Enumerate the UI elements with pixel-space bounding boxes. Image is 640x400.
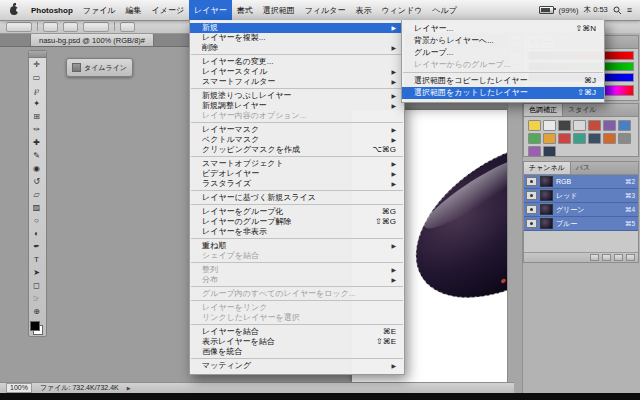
- menu-item[interactable]: レイヤーを結合⌘E: [190, 327, 404, 337]
- menu-item[interactable]: レイヤー...⇧⌘N: [402, 23, 604, 35]
- marquee-tool[interactable]: ▭: [29, 71, 44, 84]
- adjustment-icon-1[interactable]: [543, 120, 556, 131]
- menubar-item-10[interactable]: ヘルプ: [427, 0, 462, 20]
- adjustment-icon-7[interactable]: [528, 133, 541, 144]
- delete-channel-icon[interactable]: [626, 254, 635, 261]
- status-options-arrow-icon[interactable]: ▶: [127, 385, 131, 391]
- option-control-1[interactable]: [43, 22, 58, 32]
- adjustment-icon-14[interactable]: [528, 146, 541, 157]
- visibility-eye-icon[interactable]: [526, 191, 537, 200]
- adjustment-icon-11[interactable]: [588, 133, 601, 144]
- menu-item[interactable]: 新規調整レイヤー▶: [190, 101, 404, 111]
- adjustment-icon-13[interactable]: [618, 133, 631, 144]
- shape-tool[interactable]: ◻: [29, 279, 44, 292]
- dodge-tool[interactable]: ◐: [29, 227, 44, 240]
- hand-tool[interactable]: ☞: [29, 292, 44, 305]
- history-brush-tool[interactable]: ↺: [29, 175, 44, 188]
- brush-tool[interactable]: ✎: [29, 149, 44, 162]
- tab-adjustments[interactable]: 色調補正: [524, 104, 563, 116]
- crop-tool[interactable]: ⊞: [29, 110, 44, 123]
- eraser-tool[interactable]: ▱: [29, 188, 44, 201]
- option-control-4[interactable]: [120, 22, 135, 32]
- menubar-item-4[interactable]: レイヤー: [189, 0, 232, 20]
- menu-item[interactable]: 重ね順▶: [190, 241, 404, 251]
- menu-item[interactable]: ビデオレイヤー▶: [190, 169, 404, 179]
- menu-item[interactable]: スマートオブジェクト▶: [190, 159, 404, 169]
- notification-center-icon[interactable]: ≡: [627, 6, 632, 15]
- move-tool[interactable]: ✛: [29, 58, 44, 71]
- menu-item[interactable]: 削除▶: [190, 43, 404, 53]
- zoom-level-field[interactable]: 100%: [6, 383, 32, 393]
- tool-palette-header[interactable]: [29, 51, 46, 58]
- channel-row-0[interactable]: RGB⌘2: [524, 175, 638, 189]
- clone-stamp-tool[interactable]: ◉: [29, 162, 44, 175]
- adjustment-icon-0[interactable]: [528, 120, 541, 131]
- menu-item[interactable]: スマートフィルター▶: [190, 77, 404, 87]
- quick-select-tool[interactable]: ✦: [29, 97, 44, 110]
- adjustment-icon-8[interactable]: [543, 133, 556, 144]
- adjustment-icon-3[interactable]: [573, 120, 586, 131]
- menu-item[interactable]: レイヤーに基づく新規スライス: [190, 193, 404, 203]
- menubar-item-5[interactable]: 書式: [232, 0, 258, 20]
- gradient-tool[interactable]: ▨: [29, 201, 44, 214]
- tab-paths[interactable]: パス: [571, 162, 595, 174]
- foreground-background-swatches[interactable]: [29, 320, 44, 336]
- menubar-item-2[interactable]: 編集: [121, 0, 147, 20]
- adjustment-icon-10[interactable]: [573, 133, 586, 144]
- timeline-panel[interactable]: タイムライン: [66, 58, 133, 77]
- menubar-item-1[interactable]: ファイル: [78, 0, 121, 20]
- document-tab[interactable]: nasu-bg.psd @ 100% (RGB/8)#: [30, 33, 154, 46]
- path-select-tool[interactable]: ➤: [29, 266, 44, 279]
- blur-tool[interactable]: ○: [29, 214, 44, 227]
- menu-item[interactable]: レイヤーを非表示: [190, 227, 404, 237]
- new-channel-icon[interactable]: [614, 254, 623, 261]
- menubar-item-0[interactable]: Photoshop: [26, 0, 78, 20]
- foreground-color-swatch[interactable]: [30, 321, 40, 331]
- lasso-tool[interactable]: ℘: [29, 84, 44, 97]
- channel-row-2[interactable]: グリーン⌘4: [524, 203, 638, 217]
- adjustment-icon-12[interactable]: [603, 133, 616, 144]
- zoom-tool[interactable]: ⊕: [29, 305, 44, 318]
- visibility-eye-icon[interactable]: [526, 219, 537, 228]
- menu-item[interactable]: レイヤーのグループ解除⇧⌘G: [190, 217, 404, 227]
- menubar-item-6[interactable]: 選択範囲: [258, 0, 300, 20]
- menubar-item-9[interactable]: ウィンドウ: [376, 0, 427, 20]
- tab-styles[interactable]: スタイル: [563, 104, 602, 116]
- menubar-item-7[interactable]: フィルター: [300, 0, 351, 20]
- menu-item[interactable]: ラスタライズ▶: [190, 179, 404, 189]
- menu-item[interactable]: レイヤーマスク▶: [190, 125, 404, 135]
- adjustment-icon-15[interactable]: [543, 146, 556, 157]
- menu-item[interactable]: レイヤースタイル▶: [190, 67, 404, 77]
- menu-item[interactable]: 表示レイヤーを結合⇧⌘E: [190, 337, 404, 347]
- apple-menu[interactable]: [0, 6, 26, 15]
- visibility-eye-icon[interactable]: [526, 177, 537, 186]
- menu-item[interactable]: レイヤーをグループ化⌘G: [190, 207, 404, 217]
- menu-item[interactable]: クリッピングマスクを作成⌥⌘G: [190, 145, 404, 155]
- menu-item[interactable]: グループ...: [402, 47, 604, 59]
- menubar-clock[interactable]: 木 0:53: [584, 5, 608, 15]
- menu-item[interactable]: レイヤーを複製...: [190, 33, 404, 43]
- menu-item[interactable]: 画像を統合: [190, 347, 404, 357]
- channel-row-1[interactable]: レッド⌘3: [524, 189, 638, 203]
- adjustment-icon-2[interactable]: [558, 120, 571, 131]
- visibility-eye-icon[interactable]: [526, 205, 537, 214]
- type-tool[interactable]: T: [29, 253, 44, 266]
- menu-item[interactable]: 選択範囲をカットしたレイヤー⇧⌘J: [402, 87, 604, 99]
- menu-item[interactable]: 新規▶: [190, 23, 404, 33]
- adjustment-icon-5[interactable]: [603, 120, 616, 131]
- channel-row-3[interactable]: ブルー⌘5: [524, 217, 638, 231]
- pen-tool[interactable]: ✒: [29, 240, 44, 253]
- option-control-2[interactable]: [63, 22, 78, 32]
- menubar-item-8[interactable]: 表示: [350, 0, 376, 20]
- save-selection-icon[interactable]: [602, 254, 611, 261]
- menu-item[interactable]: ベクトルマスク▶: [190, 135, 404, 145]
- adjustment-icon-9[interactable]: [558, 133, 571, 144]
- option-control-3[interactable]: [83, 22, 109, 32]
- menu-item[interactable]: レイヤー名の変更...: [190, 57, 404, 67]
- adjustment-icon-6[interactable]: [618, 120, 631, 131]
- healing-brush-tool[interactable]: ✚: [29, 136, 44, 149]
- eyedropper-tool[interactable]: ✑: [29, 123, 44, 136]
- spotlight-icon[interactable]: [613, 6, 622, 15]
- menu-item[interactable]: 選択範囲をコピーしたレイヤー⌘J: [402, 75, 604, 87]
- menu-item[interactable]: 背景からレイヤーへ...: [402, 35, 604, 47]
